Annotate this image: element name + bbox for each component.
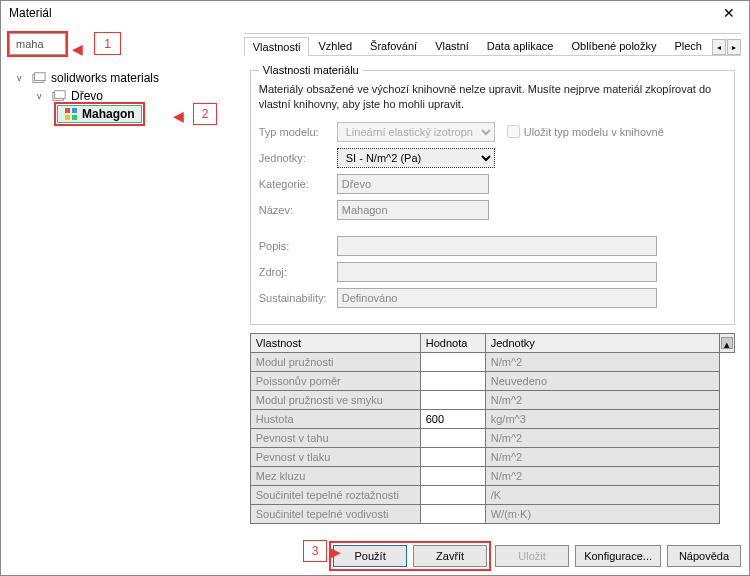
svg-rect-3 (55, 91, 66, 99)
annotation-1: 1 (94, 32, 121, 55)
help-button[interactable]: Nápověda (667, 545, 741, 567)
svg-rect-1 (35, 73, 46, 81)
tab-scroll-right[interactable]: ▸ (727, 39, 741, 55)
readonly-hint: Materiály obsažené ve výchozí knihovně n… (259, 82, 726, 112)
tab-sheetmetal[interactable]: Plech (665, 36, 711, 55)
left-pane: ◀ 1 v solidworks materials v Dřevo (9, 33, 236, 533)
cell-value[interactable] (420, 504, 485, 523)
cell-property: Pevnost v tlaku (250, 447, 420, 466)
close-dialog-button[interactable]: Zavřít (413, 545, 487, 567)
cell-value[interactable] (420, 447, 485, 466)
cell-units: /K (485, 485, 719, 504)
material-icon (64, 107, 78, 121)
checkbox-savetype-label: Uložit typ modelu v knihovně (524, 126, 664, 138)
cell-property: Součinitel tepelné vodivosti (250, 504, 420, 523)
cell-property: Modul pružnosti ve smyku (250, 390, 420, 409)
tree-material-selected[interactable]: Mahagon (57, 105, 142, 123)
properties-table: Vlastnost Hodnota Jednotky ▴ Modul pružn… (250, 333, 735, 524)
library-icon (31, 71, 47, 85)
label-units: Jednotky: (259, 152, 337, 164)
cell-value[interactable] (420, 371, 485, 390)
table-row: Součinitel tepelné roztažnosti/K (250, 485, 734, 504)
cell-units: W/(m·K) (485, 504, 719, 523)
checkbox-savetype-input (507, 125, 520, 138)
cell-property: Modul pružnosti (250, 352, 420, 371)
label-category: Kategorie: (259, 178, 337, 190)
table-row: Pevnost v tahuN/m^2 (250, 428, 734, 447)
header-units[interactable]: Jednotky (485, 333, 719, 352)
header-property[interactable]: Vlastnost (250, 333, 420, 352)
tab-properties[interactable]: Vlastnosti (244, 37, 310, 56)
label-source: Zdroj: (259, 266, 337, 278)
tab-bar: Vlastnosti Vzhled Šrafování Vlastní Data… (244, 34, 741, 56)
input-name (337, 200, 489, 220)
row-modeltype: Typ modelu: Lineární elastický izotropní… (259, 122, 726, 142)
annotation-2-arrow: ◀ (173, 108, 184, 124)
row-sustain: Sustainability: (259, 288, 726, 308)
tree-material-row[interactable]: Mahagon ◀ 2 (9, 105, 236, 123)
annotation-3: 3 (303, 540, 327, 562)
cell-units: N/m^2 (485, 352, 719, 371)
tab-custom[interactable]: Vlastní (426, 36, 478, 55)
properties-panel: Vlastnosti materiálu Materiály obsažené … (244, 56, 741, 533)
tree-library-label: solidworks materials (51, 71, 159, 85)
header-value[interactable]: Hodnota (420, 333, 485, 352)
dialog-footer: 3 ▶ Použít Zavřít Uložit Konfigurace... … (1, 541, 749, 571)
input-source (337, 262, 657, 282)
table-row: Pevnost v tlakuN/m^2 (250, 447, 734, 466)
config-button[interactable]: Konfigurace... (575, 545, 661, 567)
save-type-checkbox: Uložit typ modelu v knihovně (507, 125, 664, 138)
cell-units: N/m^2 (485, 390, 719, 409)
apply-close-highlight: Použít Zavřít (331, 543, 489, 569)
cell-value[interactable] (420, 428, 485, 447)
cell-value[interactable]: 600 (420, 409, 485, 428)
table-row: Modul pružnostiN/m^2 (250, 352, 734, 371)
material-properties-group: Vlastnosti materiálu Materiály obsažené … (250, 64, 735, 325)
cell-value[interactable] (420, 390, 485, 409)
cell-units: N/m^2 (485, 428, 719, 447)
cell-units: Neuvedeno (485, 371, 719, 390)
cell-units: kg/m^3 (485, 409, 719, 428)
input-sustain (337, 288, 657, 308)
input-category (337, 174, 489, 194)
svg-rect-5 (72, 108, 77, 113)
table-row: Součinitel tepelné vodivostiW/(m·K) (250, 504, 734, 523)
svg-rect-7 (72, 115, 77, 120)
tab-hatch[interactable]: Šrafování (361, 36, 426, 55)
apply-button[interactable]: Použít (333, 545, 407, 567)
row-source: Zdroj: (259, 262, 726, 282)
tab-appearance[interactable]: Vzhled (309, 36, 361, 55)
window-title: Materiál (9, 6, 52, 20)
search-input[interactable] (9, 33, 66, 55)
material-tree[interactable]: v solidworks materials v Dřevo Mahag (9, 69, 236, 123)
annotation-2: 2 (193, 103, 217, 125)
cell-property: Hustota (250, 409, 420, 428)
dialog-content: ◀ 1 v solidworks materials v Dřevo (1, 25, 749, 541)
cell-property: Součinitel tepelné roztažnosti (250, 485, 420, 504)
cell-property: Pevnost v tahu (250, 428, 420, 447)
tab-appdata[interactable]: Data aplikace (478, 36, 563, 55)
expand-icon[interactable]: v (17, 73, 27, 83)
cell-property: Mez kluzu (250, 466, 420, 485)
cell-value[interactable] (420, 352, 485, 371)
cell-units: N/m^2 (485, 447, 719, 466)
tab-scroll-left[interactable]: ◂ (712, 39, 726, 55)
annotation-3-arrow: ▶ (330, 544, 341, 560)
table-scrollbar[interactable]: ▴ (720, 333, 735, 352)
cell-value[interactable] (420, 485, 485, 504)
tree-category-label: Dřevo (71, 89, 103, 103)
group-legend: Vlastnosti materiálu (259, 64, 363, 76)
save-button: Uložit (495, 545, 569, 567)
table-row: Hustota600kg/m^3 (250, 409, 734, 428)
tree-library-row[interactable]: v solidworks materials (9, 69, 236, 87)
label-name: Název: (259, 204, 337, 216)
search-wrap: ◀ 1 (9, 33, 236, 55)
expand-icon[interactable]: v (37, 91, 47, 101)
svg-rect-4 (65, 108, 70, 113)
cell-value[interactable] (420, 466, 485, 485)
title-bar: Materiál ✕ (1, 1, 749, 25)
select-units[interactable]: SI - N/m^2 (Pa) (337, 148, 495, 168)
close-button[interactable]: ✕ (709, 1, 749, 25)
tab-favorites[interactable]: Oblíbené položky (562, 36, 665, 55)
category-icon (51, 89, 67, 103)
